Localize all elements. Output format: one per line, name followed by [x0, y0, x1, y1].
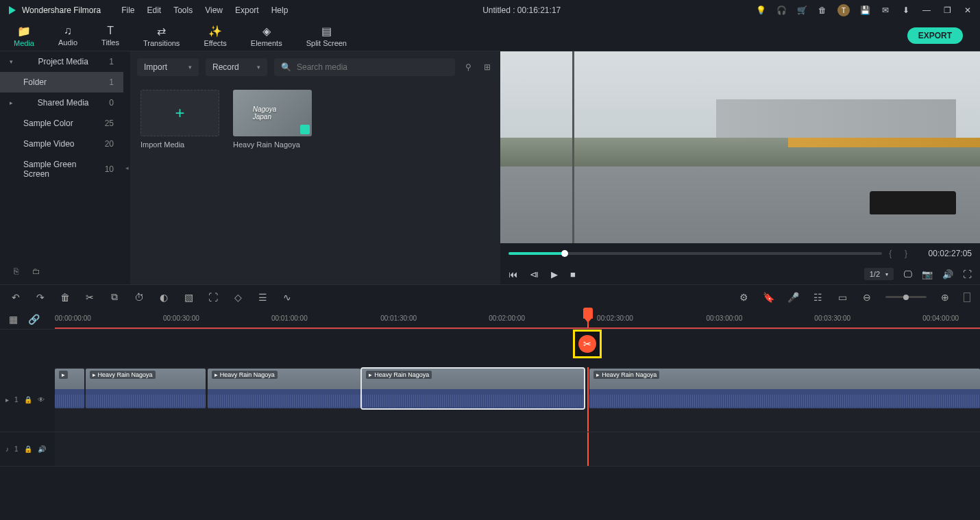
sidebar-shared-media[interactable]: Shared Media 0 — [0, 92, 123, 113]
undo-icon[interactable]: ↶ — [10, 292, 22, 303]
progress-thumb[interactable] — [561, 250, 568, 257]
filter-icon[interactable]: ⚲ — [462, 62, 474, 72]
new-folder-icon[interactable]: ⎘ — [14, 267, 19, 276]
snap-icon[interactable]: ▭ — [836, 292, 848, 303]
music-icon: ♫ — [64, 25, 72, 37]
sidebar-sample-color[interactable]: Sample Color 25 — [0, 113, 123, 134]
display-icon[interactable]: 🖵 — [903, 269, 912, 280]
adjust-icon[interactable]: ☰ — [256, 292, 269, 303]
track-playhead — [587, 432, 589, 466]
plus-icon: + — [175, 103, 184, 123]
collapse-sidebar[interactable] — [123, 51, 130, 284]
lock-icon[interactable]: 🔒 — [24, 396, 32, 404]
timeline-settings-icon[interactable]: ▦ — [7, 314, 19, 325]
save-icon[interactable]: 💾 — [859, 5, 870, 16]
marker-settings-icon[interactable]: ⚙ — [737, 292, 750, 303]
keyframe-icon[interactable]: ◇ — [232, 292, 244, 303]
tab-split-screen[interactable]: ▤ Split Screen — [306, 25, 347, 47]
mark-brackets[interactable]: { } — [889, 249, 910, 258]
render-icon[interactable]: ⛶ — [207, 292, 219, 303]
audio-icon[interactable]: ∿ — [281, 292, 293, 303]
cut-marker-highlight[interactable]: ✂ — [573, 330, 602, 358]
clip-3[interactable]: ▸Heavy Rain Nagoya — [208, 369, 360, 408]
clip-2[interactable]: ▸Heavy Rain Nagoya — [86, 369, 206, 408]
export-button[interactable]: EXPORT — [907, 27, 963, 44]
play-button[interactable]: ▶ — [551, 269, 558, 280]
tab-audio[interactable]: ♫ Audio — [58, 25, 77, 47]
sidebar-folder[interactable]: Folder 1 — [0, 72, 123, 92]
sidebar-sample-green-screen[interactable]: Sample Green Screen 10 — [0, 154, 123, 184]
sidebar-project-media[interactable]: Project Media 1 — [0, 51, 123, 72]
audio-track-content[interactable] — [55, 432, 980, 466]
preview-viewport[interactable] — [500, 51, 980, 243]
import-media-tile[interactable]: + Import Media — [140, 90, 219, 149]
menu-export[interactable]: Export — [235, 5, 259, 15]
volume-icon[interactable]: 🔊 — [942, 269, 953, 280]
trash-icon[interactable]: 🗑 — [817, 5, 828, 16]
user-avatar[interactable]: T — [837, 4, 850, 16]
grid-view-icon[interactable]: ⊞ — [481, 62, 493, 72]
playhead-handle[interactable] — [583, 308, 593, 319]
crop-icon[interactable]: ⧉ — [108, 291, 121, 303]
download-icon[interactable]: ⬇ — [901, 5, 911, 16]
video-track: ▸ 1 🔒 👁 ▸ ▸Heavy Rain Nagoya ▸Heavy Rain… — [0, 367, 980, 432]
lightbulb-icon[interactable]: 💡 — [755, 5, 766, 16]
fullscreen-icon[interactable]: ⛶ — [963, 269, 972, 280]
clip-1[interactable]: ▸ — [55, 369, 84, 408]
step-back-button[interactable]: ⧏ — [530, 269, 539, 280]
mail-icon[interactable]: ✉ — [880, 5, 891, 16]
clip-4-selected[interactable]: ▸Heavy Rain Nagoya — [362, 369, 584, 408]
media-clip-nagoya[interactable]: Nagoya Japan Heavy Rain Nagoya — [233, 90, 312, 149]
mixer-icon[interactable]: ☷ — [811, 292, 824, 303]
preview-panel: { } 00:02:27:05 ⏮ ⧏ ▶ ■ 1/2 ▾ 🖵 📷 🔊 ⛶ — [500, 51, 980, 284]
tab-elements[interactable]: ◈ Elements — [251, 25, 282, 47]
tab-titles[interactable]: T Titles — [101, 25, 119, 47]
green-screen-icon[interactable]: ▧ — [182, 292, 195, 303]
record-dropdown[interactable]: Record ▾ — [206, 58, 267, 76]
menu-edit[interactable]: Edit — [147, 5, 162, 15]
color-icon[interactable]: ◐ — [158, 292, 170, 303]
menu-file[interactable]: File — [121, 5, 134, 15]
zoom-in-icon[interactable]: ⊕ — [939, 292, 951, 303]
cut-icon[interactable]: ✂ — [84, 292, 96, 303]
speed-icon[interactable]: ⏱ — [133, 292, 145, 303]
zoom-out-icon[interactable]: ⊖ — [861, 292, 873, 303]
search-input[interactable] — [297, 62, 448, 72]
eye-icon[interactable]: 👁 — [38, 396, 45, 404]
playhead[interactable] — [587, 309, 589, 328]
snapshot-icon[interactable]: 📷 — [922, 269, 933, 280]
playback-controls: ⏮ ⧏ ▶ ■ 1/2 ▾ 🖵 📷 🔊 ⛶ — [500, 264, 980, 284]
app-name: Wondershare Filmora — [22, 5, 101, 15]
zoom-fit-icon[interactable] — [964, 293, 970, 302]
import-dropdown[interactable]: Import ▾ — [137, 58, 199, 76]
preview-ratio-select[interactable]: 1/2 ▾ — [864, 268, 894, 280]
marker-icon[interactable]: 🔖 — [762, 292, 774, 303]
clip-5[interactable]: ▸Heavy Rain Nagoya — [589, 369, 980, 408]
search-media[interactable]: 🔍 — [274, 58, 455, 76]
menu-help[interactable]: Help — [271, 5, 289, 15]
delete-icon[interactable]: 🗑 — [59, 292, 71, 303]
redo-icon[interactable]: ↷ — [34, 292, 47, 303]
close-icon[interactable]: ✕ — [962, 5, 973, 16]
timeline-ruler[interactable]: ▦ 🔗 00:00:00:00 00:00:30:00 00:01:00:00 … — [0, 309, 980, 330]
menu-view[interactable]: View — [205, 5, 223, 15]
mute-icon[interactable]: 🔊 — [38, 445, 46, 453]
cart-icon[interactable]: 🛒 — [796, 5, 807, 16]
video-track-content[interactable]: ▸ ▸Heavy Rain Nagoya ▸Heavy Rain Nagoya … — [55, 367, 980, 432]
sidebar-sample-video[interactable]: Sample Video 20 — [0, 134, 123, 154]
preview-progress[interactable] — [509, 252, 882, 255]
maximize-icon[interactable]: ❐ — [942, 5, 953, 16]
link-icon[interactable]: 🔗 — [27, 314, 40, 325]
stop-button[interactable]: ■ — [570, 269, 576, 280]
folder-plain-icon[interactable]: 🗀 — [32, 267, 40, 276]
mic-icon[interactable]: 🎤 — [787, 292, 799, 303]
minimize-icon[interactable]: — — [921, 5, 932, 16]
lock-icon[interactable]: 🔒 — [24, 445, 32, 453]
tab-media[interactable]: 📁 Media — [14, 25, 34, 47]
tab-transitions[interactable]: ⇄ Transitions — [143, 25, 180, 47]
prev-frame-button[interactable]: ⏮ — [509, 269, 517, 280]
tab-effects[interactable]: ✨ Effects — [204, 25, 226, 47]
menu-tools[interactable]: Tools — [173, 5, 193, 15]
headset-icon[interactable]: 🎧 — [776, 5, 787, 16]
zoom-slider[interactable] — [885, 296, 927, 298]
